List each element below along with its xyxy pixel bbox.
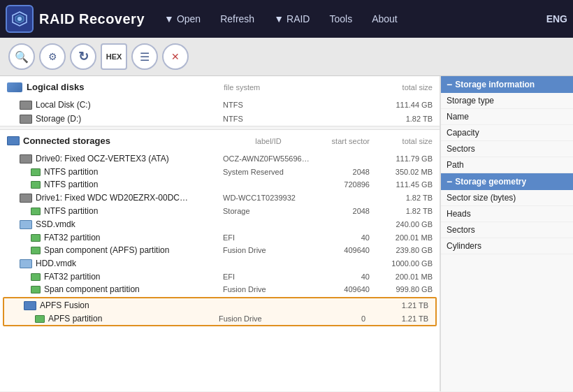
drive0-p1-icon <box>31 168 41 176</box>
info-row-sectors-geo[interactable]: Sectors <box>441 222 573 238</box>
drive0[interactable]: Drive0: Fixed OCZ-VERTEX3 (ATA) OCZ-AWNZ… <box>0 152 440 166</box>
hdd-partition2[interactable]: Span component partition Fusion Drive 40… <box>0 283 440 296</box>
hex-button[interactable]: HEX <box>101 43 127 70</box>
ssd-partition1[interactable]: FAT32 partition EFI 40 200.01 MB <box>0 231 440 244</box>
hex-label: HEX <box>106 52 122 61</box>
close-icon: ✕ <box>171 51 180 62</box>
hdd-p1-label: EFI <box>223 273 314 281</box>
drive0-partition1[interactable]: NTFS partition System Reserved 2048 350.… <box>0 166 440 178</box>
hdd-p2-name: Span component partition <box>44 284 223 294</box>
hdd-p2-size: 999.80 GB <box>370 285 433 293</box>
apfs-fusion[interactable]: APFS Fusion 1.21 TB <box>4 298 435 312</box>
hdd-p2-label: Fusion Drive <box>223 285 314 293</box>
ssd-p2-size: 239.80 GB <box>370 246 433 254</box>
navbar: RAID Recovery ▼ Open Refresh ▼ RAID Tool… <box>0 0 573 38</box>
col-totalsize-label: total size <box>370 83 433 92</box>
col-totalsize-label2: total size <box>370 137 433 145</box>
info-row-path[interactable]: Path <box>441 157 573 173</box>
drive1-size: 1.82 TB <box>370 194 433 202</box>
ssd-p1-label: EFI <box>223 233 314 242</box>
ssd-icon <box>20 220 32 229</box>
apfs-partition[interactable]: APFS partition Fusion Drive 0 1.21 TB <box>4 312 435 325</box>
drive1[interactable]: Drive1: Fixed WDC WD20EZRX-00DC… WD-WCC1… <box>0 191 440 205</box>
info-row-storage-type[interactable]: Storage type <box>441 93 573 109</box>
search-icon: 🔍 <box>15 50 29 64</box>
disk-d-size: 1.82 TB <box>370 115 433 123</box>
hdd-p2-sector: 409640 <box>314 285 370 293</box>
apfs-fusion-group: APFS Fusion 1.21 TB APFS partition Fusio… <box>3 297 437 326</box>
drive1-partition1[interactable]: NTFS partition Storage 2048 1.82 TB <box>0 205 440 217</box>
ssd-partition2[interactable]: Span component (APFS) partition Fusion D… <box>0 244 440 256</box>
drive0-p2-name: NTFS partition <box>44 180 223 189</box>
hdd-vmdk[interactable]: HDD.vmdk 1000.00 GB <box>0 256 440 270</box>
nav-raid[interactable]: ▼ RAID <box>266 9 318 29</box>
apfs-p1-label: Fusion Drive <box>219 314 310 323</box>
storage-geometry-title: Storage geometry <box>455 177 526 187</box>
disk-c-fs: NTFS <box>223 101 314 109</box>
storage-info-header: − Storage information <box>441 76 573 93</box>
logical-disk-d[interactable]: Storage (D:) NTFS 1.82 TB <box>0 112 440 126</box>
storage-info-collapse-icon[interactable]: − <box>447 80 452 89</box>
nav-raid-arrow: ▼ <box>274 13 284 24</box>
info-row-heads[interactable]: Heads <box>441 206 573 222</box>
refresh-icon: ↻ <box>78 49 89 64</box>
ssd-vmdk[interactable]: SSD.vmdk 240.00 GB <box>0 217 440 231</box>
connected-storage-section-icon <box>7 136 20 145</box>
drive0-p1-sector: 2048 <box>314 168 370 176</box>
connected-storages-title: Connected storages <box>23 136 223 146</box>
search-button[interactable]: 🔍 <box>8 43 35 70</box>
drive0-label: OCZ-AWNZ0FW55696… <box>223 154 314 163</box>
close-button[interactable]: ✕ <box>162 43 189 70</box>
disk-c-name: Local Disk (C:) <box>36 100 223 110</box>
logical-disks-title: Logical disks <box>27 82 171 92</box>
logical-disk-c[interactable]: Local Disk (C:) NTFS 111.44 GB <box>0 98 440 112</box>
hdd-partition1[interactable]: FAT32 partition EFI 40 200.01 MB <box>0 270 440 283</box>
info-row-sectors[interactable]: Sectors <box>441 141 573 157</box>
main-content: Logical disks file system total size Loc… <box>0 76 573 391</box>
app-title: RAID Recovery <box>39 11 145 27</box>
hdd-p1-sector: 40 <box>314 273 370 281</box>
nav-open[interactable]: ▼ Open <box>156 9 209 29</box>
drive0-icon <box>20 154 32 164</box>
col-startsector-label: start sector <box>314 137 370 145</box>
drive0-p2-icon <box>31 181 41 189</box>
ssd-p1-size: 200.01 MB <box>370 233 433 242</box>
ssd-size: 240.00 GB <box>370 220 433 228</box>
apfs-fusion-name: APFS Fusion <box>40 300 219 310</box>
apfs-fusion-icon <box>24 301 36 310</box>
refresh-button[interactable]: ↻ <box>70 43 96 70</box>
info-row-sector-size[interactable]: Sector size (bytes) <box>441 190 573 206</box>
drive0-name: Drive0: Fixed OCZ-VERTEX3 (ATA) <box>36 154 223 164</box>
disk-button[interactable]: ⚙ <box>39 43 66 70</box>
connected-storages-header: Connected storages label/ID start sector… <box>0 130 440 152</box>
nav-tools[interactable]: Tools <box>321 9 361 29</box>
disk-d-name: Storage (D:) <box>36 114 223 124</box>
ssd-p1-sector: 40 <box>314 233 370 242</box>
storage-geometry-collapse-icon[interactable]: − <box>447 177 452 187</box>
navbar-menu: ▼ Open Refresh ▼ RAID Tools About <box>156 9 546 29</box>
list-icon: ☰ <box>140 50 150 64</box>
nav-open-label: ▼ <box>164 13 174 24</box>
hdd-name: HDD.vmdk <box>36 259 223 268</box>
drive1-name: Drive1: Fixed WDC WD20EZRX-00DC… <box>36 193 223 203</box>
language-selector[interactable]: ENG <box>546 13 567 24</box>
disk-c-icon <box>20 101 32 110</box>
left-panel: Logical disks file system total size Loc… <box>0 76 440 391</box>
apfs-p1-sector: 0 <box>310 314 365 323</box>
info-row-name[interactable]: Name <box>441 109 573 125</box>
hdd-size: 1000.00 GB <box>370 259 433 268</box>
apfs-p1-size: 1.21 TB <box>365 314 428 323</box>
drive1-p1-icon <box>31 208 41 215</box>
logical-disk-section-icon <box>7 82 22 92</box>
info-row-cylinders[interactable]: Cylinders <box>441 238 573 254</box>
disk-d-icon <box>20 115 32 124</box>
drive0-partition2[interactable]: NTFS partition 720896 111.45 GB <box>0 178 440 191</box>
svg-point-2 <box>17 17 22 21</box>
ssd-p2-name: Span component (APFS) partition <box>44 245 223 255</box>
list-button[interactable]: ☰ <box>131 43 158 70</box>
info-row-capacity[interactable]: Capacity <box>441 125 573 141</box>
hdd-p2-icon <box>31 286 41 293</box>
nav-about[interactable]: About <box>363 9 406 29</box>
storage-geometry-header: − Storage geometry <box>441 173 573 190</box>
nav-refresh[interactable]: Refresh <box>212 9 263 29</box>
